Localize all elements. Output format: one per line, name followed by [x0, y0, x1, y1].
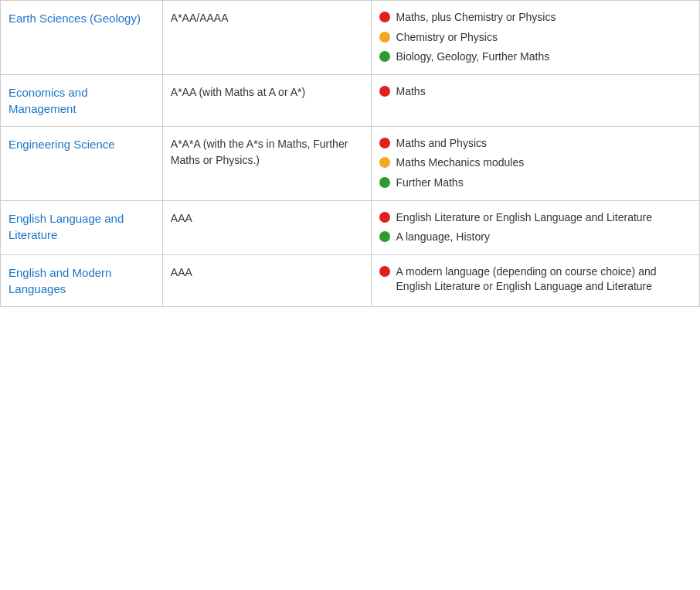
grades-cell: AAA — [162, 200, 371, 254]
course-name: English and Modern Languages — [8, 266, 111, 295]
subject-list: English Literature or English Language a… — [379, 210, 692, 245]
subject-text: Maths Mechanics modules — [396, 155, 525, 171]
grades-text: AAA — [171, 212, 192, 224]
subject-text: A language, History — [396, 230, 490, 245]
table-row: English and Modern LanguagesAAAA modern … — [1, 254, 700, 306]
subject-item: Maths Mechanics modules — [379, 155, 692, 171]
subject-list: Maths and PhysicsMaths Mechanics modules… — [379, 136, 692, 191]
table-row: Economics and ManagementA*AA (with Maths… — [1, 74, 700, 126]
green-dot-icon — [379, 231, 390, 242]
table-row: Engineering ScienceA*A*A (with the A*s i… — [1, 126, 700, 200]
subject-item: Further Maths — [379, 176, 692, 191]
grades-cell: A*AA/AAAA — [162, 1, 371, 75]
subjects-cell: Maths — [371, 74, 699, 126]
course-cell: Economics and Management — [1, 74, 163, 126]
course-name: Engineering Science — [8, 138, 115, 151]
course-cell: English and Modern Languages — [1, 254, 163, 306]
courses-table: Earth Sciences (Geology)A*AA/AAAAMaths, … — [0, 0, 700, 307]
subject-text: Chemistry or Physics — [396, 30, 498, 46]
subject-text: A modern language (depending on course c… — [396, 264, 692, 295]
subject-item: A modern language (depending on course c… — [379, 264, 692, 295]
subject-item: Chemistry or Physics — [379, 30, 692, 46]
table-row: English Language and LiteratureAAAEnglis… — [1, 200, 700, 254]
table-row: Earth Sciences (Geology)A*AA/AAAAMaths, … — [1, 1, 700, 75]
subject-item: A language, History — [379, 230, 692, 245]
subjects-cell: A modern language (depending on course c… — [371, 254, 699, 306]
subject-list: Maths, plus Chemistry or PhysicsChemistr… — [379, 10, 692, 65]
red-dot-icon — [379, 266, 390, 277]
subject-item: English Literature or English Language a… — [379, 210, 692, 226]
course-name: English Language and Literature — [8, 212, 124, 241]
subjects-cell: English Literature or English Language a… — [371, 200, 699, 254]
red-dot-icon — [379, 86, 390, 97]
grades-text: A*A*A (with the A*s in Maths, Further Ma… — [171, 138, 348, 166]
subject-text: Further Maths — [396, 176, 464, 191]
red-dot-icon — [379, 12, 390, 22]
subjects-cell: Maths, plus Chemistry or PhysicsChemistr… — [371, 1, 699, 75]
grades-text: A*AA (with Maths at A or A*) — [171, 86, 305, 98]
grades-cell: A*AA (with Maths at A or A*) — [162, 74, 371, 126]
subject-text: Maths, plus Chemistry or Physics — [396, 10, 556, 26]
grades-cell: AAA — [162, 254, 371, 306]
course-cell: Engineering Science — [1, 126, 163, 200]
subject-item: Maths, plus Chemistry or Physics — [379, 10, 692, 26]
red-dot-icon — [379, 138, 390, 148]
green-dot-icon — [379, 177, 390, 188]
green-dot-icon — [379, 51, 390, 62]
subject-item: Maths and Physics — [379, 136, 692, 152]
grades-text: AAA — [171, 266, 192, 278]
subjects-cell: Maths and PhysicsMaths Mechanics modules… — [371, 126, 699, 200]
grades-text: A*AA/AAAA — [171, 12, 229, 24]
subject-text: Maths and Physics — [396, 136, 488, 152]
course-name: Economics and Management — [8, 86, 88, 115]
subject-text: English Literature or English Language a… — [396, 210, 653, 226]
grades-cell: A*A*A (with the A*s in Maths, Further Ma… — [162, 126, 371, 200]
subject-item: Biology, Geology, Further Maths — [379, 49, 692, 65]
orange-dot-icon — [379, 157, 390, 168]
subject-list: A modern language (depending on course c… — [379, 264, 692, 295]
course-cell: Earth Sciences (Geology) — [1, 1, 163, 75]
red-dot-icon — [379, 212, 390, 223]
orange-dot-icon — [379, 32, 390, 43]
subject-text: Biology, Geology, Further Maths — [396, 49, 550, 65]
subject-item: Maths — [379, 84, 692, 100]
course-cell: English Language and Literature — [1, 200, 163, 254]
subject-list: Maths — [379, 84, 692, 100]
subject-text: Maths — [396, 84, 426, 100]
course-name: Earth Sciences (Geology) — [8, 12, 141, 25]
